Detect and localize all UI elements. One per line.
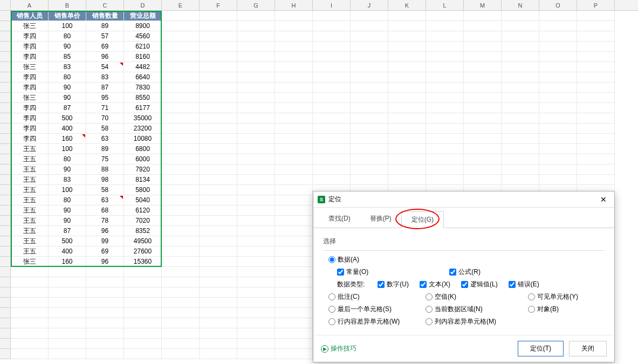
cell[interactable] (237, 93, 275, 103)
close-icon[interactable]: ✕ (597, 195, 610, 204)
cell[interactable] (388, 103, 426, 113)
cell[interactable] (200, 93, 237, 103)
cell[interactable] (502, 11, 539, 21)
cell[interactable] (237, 195, 275, 205)
cell[interactable] (577, 72, 615, 83)
cell[interactable] (200, 267, 237, 277)
cell[interactable]: 90 (49, 205, 86, 216)
cell[interactable] (464, 62, 502, 72)
cell[interactable]: 李四 (11, 31, 49, 42)
cell[interactable]: 7920 (124, 164, 162, 175)
opt-constants[interactable]: 常量(O) (337, 267, 368, 277)
cell[interactable] (49, 298, 86, 308)
cell[interactable] (275, 216, 313, 226)
col-header-C[interactable]: C (86, 0, 124, 10)
cell[interactable] (464, 83, 502, 93)
cell[interactable] (162, 103, 200, 113)
cell[interactable] (313, 21, 351, 31)
cell[interactable]: 销售数量 (86, 11, 124, 21)
row-header[interactable] (0, 134, 11, 144)
row-header[interactable] (0, 236, 11, 246)
opt-rowdiff[interactable]: 行内容差异单元格(W) (328, 317, 415, 326)
cell[interactable] (275, 267, 313, 277)
cell[interactable]: 80 (49, 154, 86, 164)
cell[interactable] (464, 93, 502, 103)
cell[interactable] (162, 83, 200, 93)
cell[interactable] (275, 175, 313, 185)
cell[interactable] (275, 154, 313, 164)
cell[interactable] (11, 349, 49, 359)
cell[interactable] (275, 205, 313, 216)
opt-blanks[interactable]: 空值(K) (426, 292, 517, 301)
cell[interactable] (86, 277, 124, 287)
cell[interactable] (124, 308, 162, 318)
cell[interactable] (313, 62, 351, 72)
cell[interactable] (275, 246, 313, 257)
cell[interactable] (200, 113, 237, 123)
cell[interactable] (539, 62, 577, 72)
cell[interactable] (124, 328, 162, 339)
cell[interactable] (162, 144, 200, 154)
cell[interactable]: 李四 (11, 113, 49, 123)
cell[interactable] (237, 103, 275, 113)
row-header[interactable] (0, 267, 11, 277)
cell[interactable]: 87 (49, 226, 86, 236)
cell[interactable]: 8352 (124, 226, 162, 236)
cell[interactable] (388, 123, 426, 134)
cell[interactable]: 87 (86, 83, 124, 93)
cell[interactable] (464, 42, 502, 52)
opt-coldiff[interactable]: 列内容差异单元格(M) (426, 317, 496, 326)
cell[interactable] (11, 298, 49, 308)
cell[interactable] (502, 93, 539, 103)
cell[interactable]: 6210 (124, 42, 162, 52)
cell[interactable]: 100 (49, 21, 86, 31)
cell[interactable] (237, 21, 275, 31)
cell[interactable] (162, 205, 200, 216)
cell[interactable] (200, 236, 237, 246)
opt-lastcell[interactable]: 最后一个单元格(S) (328, 305, 415, 314)
opt-currentregion[interactable]: 当前数据区域(N) (426, 305, 517, 314)
cell[interactable] (502, 175, 539, 185)
cell[interactable]: 90 (49, 42, 86, 52)
cell[interactable]: 69 (86, 42, 124, 52)
cell[interactable] (464, 175, 502, 185)
row-header[interactable] (0, 144, 11, 154)
cell[interactable] (351, 103, 388, 113)
cell[interactable] (313, 93, 351, 103)
cell[interactable] (313, 72, 351, 83)
cell[interactable] (539, 72, 577, 83)
cell[interactable] (11, 339, 49, 349)
cell[interactable]: 张三 (11, 93, 49, 103)
cell[interactable]: 63 (86, 134, 124, 144)
cell[interactable] (200, 195, 237, 205)
cell[interactable]: 90 (49, 83, 86, 93)
row-header[interactable] (0, 195, 11, 205)
cell[interactable] (200, 144, 237, 154)
cell[interactable] (388, 113, 426, 123)
cell[interactable] (502, 72, 539, 83)
row-header[interactable] (0, 21, 11, 31)
cell[interactable] (124, 318, 162, 328)
cell[interactable] (426, 52, 464, 62)
cell[interactable]: 98 (86, 175, 124, 185)
row-header[interactable] (0, 246, 11, 257)
cell[interactable] (426, 62, 464, 72)
opt-data[interactable]: 数据(A) (328, 255, 359, 264)
cell[interactable] (237, 216, 275, 226)
cell[interactable] (275, 62, 313, 72)
cell[interactable] (426, 42, 464, 52)
cell[interactable] (11, 277, 49, 287)
cell[interactable] (275, 21, 313, 31)
cell[interactable] (388, 62, 426, 72)
row-header[interactable] (0, 298, 11, 308)
cell[interactable]: 89 (86, 21, 124, 31)
cell[interactable] (275, 123, 313, 134)
cell[interactable] (351, 72, 388, 83)
cell[interactable]: 500 (49, 236, 86, 246)
cell[interactable]: 58 (86, 185, 124, 195)
cell[interactable] (237, 134, 275, 144)
cell[interactable] (200, 308, 237, 318)
cell[interactable] (275, 195, 313, 205)
cell[interactable] (502, 144, 539, 154)
cell[interactable]: 88 (86, 164, 124, 175)
